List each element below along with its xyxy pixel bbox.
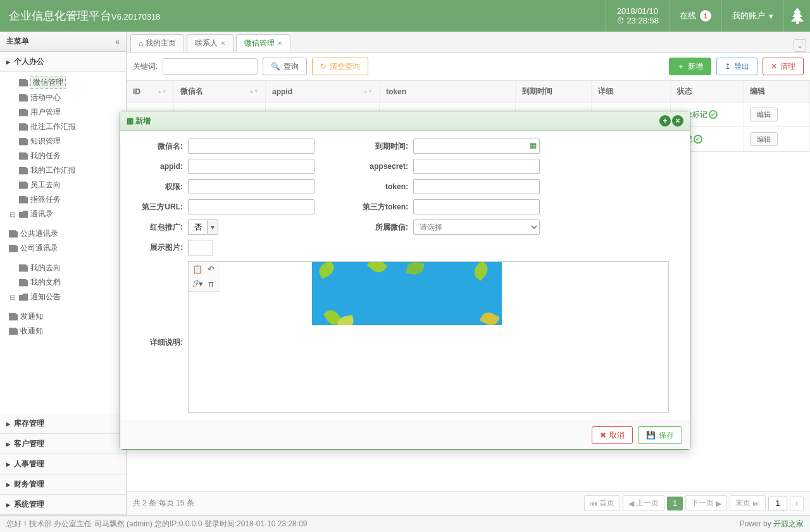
sidebar-item-activity[interactable]: 活动中心 xyxy=(9,90,126,105)
appsecret-input[interactable] xyxy=(413,159,540,174)
sidebar-item-wechat[interactable]: 微信管理 xyxy=(9,75,126,90)
header-tree-icon[interactable] xyxy=(783,0,810,32)
header-online[interactable]: 在线 1 xyxy=(669,0,721,32)
sidebar-item-contacts[interactable]: ⊟通讯录 xyxy=(9,207,126,221)
undo-icon[interactable]: ↶ xyxy=(208,264,215,274)
dialog-title-bar[interactable]: ▦ 新增 + × xyxy=(120,111,690,131)
x-icon: ✖ xyxy=(600,431,606,440)
redpack-combo[interactable]: ▾ xyxy=(188,220,315,235)
calendar-icon[interactable]: ▦ xyxy=(530,141,537,150)
collapse-icon[interactable]: « xyxy=(115,37,120,46)
home-icon: ⌂ xyxy=(139,39,143,48)
check-icon: ✔ xyxy=(709,110,718,119)
plus-icon: ＋ xyxy=(677,61,685,72)
nav-group-system[interactable]: ▸系统管理 xyxy=(0,495,126,515)
online-count-badge: 1 xyxy=(700,10,711,22)
wxname-input[interactable] xyxy=(188,139,315,154)
pager-next[interactable]: 下一页▶ xyxy=(685,495,727,511)
pager-go[interactable]: › xyxy=(790,497,804,510)
sidebar-item-recvnotice[interactable]: 收通知 xyxy=(9,324,126,338)
sidebar-item-pubcontacts[interactable]: 公共通讯录 xyxy=(9,226,126,241)
clear-search-button[interactable]: ↻清空查询 xyxy=(312,58,368,75)
refresh-icon: ↻ xyxy=(320,62,327,71)
perm-input[interactable] xyxy=(188,179,315,194)
sidebar-item-annotate[interactable]: 批注工作汇报 xyxy=(9,120,126,134)
token3-input[interactable] xyxy=(413,199,540,214)
edit-button[interactable]: 编辑 xyxy=(750,108,778,121)
pager-last[interactable]: 末页⏭ xyxy=(730,495,766,511)
file-icon xyxy=(19,79,28,87)
font-icon[interactable]: ℱ▾ xyxy=(192,279,203,288)
tab-wechat[interactable]: 微信管理✕ xyxy=(236,34,290,52)
url3-input[interactable] xyxy=(188,199,315,214)
pager-summary: 共 2 条 每页 15 条 xyxy=(133,498,582,509)
add-dialog: ▦ 新增 + × 微信名: 到期时间: ▦ appid: appsecret: … xyxy=(120,111,690,450)
nav-group-customer[interactable]: ▸客户管理 xyxy=(0,434,126,454)
sidebar-item-mytask[interactable]: 我的任务 xyxy=(9,149,126,163)
cancel-button[interactable]: ✖取消 xyxy=(592,426,633,444)
header-account[interactable]: 我的账户▾ xyxy=(721,0,783,32)
upload-icon: ↥ xyxy=(725,62,731,71)
search-button[interactable]: 🔍查询 xyxy=(263,58,307,75)
sidebar-item-notice[interactable]: ⊟通知公告 xyxy=(9,290,126,304)
pager-first[interactable]: ⏮首页 xyxy=(584,495,620,511)
chevron-down-icon[interactable]: ▾ xyxy=(207,220,218,235)
nav-group-finance[interactable]: ▸财务管理 xyxy=(0,474,126,495)
folder-icon xyxy=(19,211,28,218)
save-button[interactable]: 💾保存 xyxy=(638,426,682,444)
tab-contacts[interactable]: 联系人✕ xyxy=(187,34,234,52)
chevron-down-icon: ▾ xyxy=(769,11,773,21)
power-link[interactable]: 开源之家 xyxy=(773,519,804,528)
arrow-right-icon: ▸ xyxy=(6,58,10,66)
grid-icon: ▦ xyxy=(127,116,134,125)
tab-bar: ⌂我的主页 联系人✕ 微信管理✕ ⌄ xyxy=(127,32,810,53)
sidebar-item-comcontacts[interactable]: 公司通讯录 xyxy=(9,241,126,256)
x-icon: ✕ xyxy=(771,62,777,71)
paste-icon[interactable]: 📋 xyxy=(192,264,202,274)
rich-editor[interactable]: 📋↶ ℱ▾π xyxy=(188,261,669,413)
tab-scroll-icon[interactable]: ⌄ xyxy=(794,39,806,52)
image-upload[interactable] xyxy=(188,240,213,256)
close-icon[interactable]: ✕ xyxy=(220,40,225,47)
footer: 您好！技术部 办公室主任 司马飘然 (admin) 您的IP:0.0.0.0 登… xyxy=(0,515,810,532)
nav-group-personal[interactable]: ▸个人办公 xyxy=(0,52,126,72)
tab-home[interactable]: ⌂我的主页 xyxy=(130,34,184,52)
sidebar-item-staff[interactable]: 员工去向 xyxy=(9,178,126,192)
grid-header: ID▲▼ 微信名▲▼ appid▲▼ token 到期时间 详细 状态 编辑 xyxy=(127,81,810,102)
toolbar: 关键词: 🔍查询 ↻清空查询 ＋新增 ↥导出 ✕清理 xyxy=(127,53,810,81)
header-datetime: 2018/01/10 ⏱ 23:28:58 xyxy=(606,0,669,32)
appid-input[interactable] xyxy=(188,159,315,174)
top-header: 企业信息化管理平台V6.20170318 2018/01/10 ⏱ 23:28:… xyxy=(0,0,810,32)
dialog-close-icon[interactable]: × xyxy=(672,115,683,127)
nav-group-hr[interactable]: ▸人事管理 xyxy=(0,454,126,474)
sidebar-item-assign[interactable]: 指派任务 xyxy=(9,192,126,207)
pager-prev[interactable]: ◀上一页 xyxy=(623,495,664,511)
export-button[interactable]: ↥导出 xyxy=(716,58,757,75)
token-input[interactable] xyxy=(413,179,540,194)
edit-button[interactable]: 编辑 xyxy=(750,132,778,146)
keyword-input[interactable] xyxy=(163,58,258,75)
sidebar-item-knowledge[interactable]: 知识管理 xyxy=(9,134,126,149)
save-icon: 💾 xyxy=(646,431,656,440)
sidebar-item-myreport[interactable]: 我的工作汇报 xyxy=(9,163,126,178)
close-icon[interactable]: ✕ xyxy=(277,40,282,47)
pager-goto-input[interactable] xyxy=(768,497,787,510)
sidebar-item-mydoc[interactable]: 我的文档 xyxy=(9,275,126,290)
sidebar-title: 主菜单 « xyxy=(0,32,126,52)
preview-image xyxy=(312,262,502,325)
belong-select[interactable]: 请选择 xyxy=(413,220,540,235)
cleanup-button[interactable]: ✕清理 xyxy=(763,58,804,75)
editor-toolbar[interactable]: 📋↶ ℱ▾π xyxy=(189,262,220,292)
sort-icon[interactable]: ▲▼ xyxy=(157,90,167,93)
pager-current: 1 xyxy=(667,497,683,510)
expire-input[interactable] xyxy=(413,139,540,154)
dialog-new-icon[interactable]: + xyxy=(659,115,671,127)
sidebar-item-user[interactable]: 用户管理 xyxy=(9,105,126,120)
sidebar-item-sendnotice[interactable]: 发通知 xyxy=(9,309,126,324)
keyword-label: 关键词: xyxy=(133,61,158,72)
sidebar: 主菜单 « ▸个人办公 微信管理 活动中心 用户管理 批注工作汇报 知识管理 我… xyxy=(0,32,127,515)
search-icon: 🔍 xyxy=(271,62,280,71)
nav-group-stock[interactable]: ▸库存管理 xyxy=(0,414,126,434)
add-button[interactable]: ＋新增 xyxy=(669,58,711,75)
sidebar-item-myway[interactable]: 我的去向 xyxy=(9,261,126,275)
